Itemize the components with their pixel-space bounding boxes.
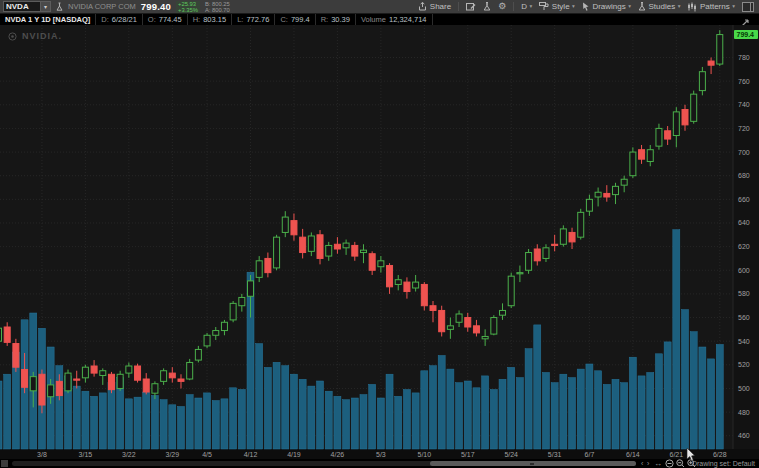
volume-bar [716, 344, 723, 449]
toolbar-divider [458, 2, 459, 11]
volume-bar [325, 391, 332, 449]
volume-bar [151, 395, 158, 449]
volume-bar [360, 395, 367, 449]
candle [717, 35, 723, 64]
volume-bar [82, 391, 89, 449]
nvidia-logo-icon [8, 32, 19, 41]
volume-bar [395, 396, 402, 449]
volume-bar [186, 395, 193, 449]
patterns-button[interactable]: Patterns ▾ [687, 2, 735, 12]
candle [204, 335, 210, 346]
price-change-block: +25.93 +3.35% [176, 1, 200, 13]
zoom-out-icon[interactable] [676, 459, 685, 468]
notes-button[interactable] [466, 2, 476, 11]
volume-bar [230, 388, 237, 449]
symbol-box[interactable]: ▾ [3, 1, 51, 12]
candle [135, 366, 141, 380]
svg-text:6/14: 6/14 [626, 451, 640, 458]
time-scrollbar-track[interactable] [12, 461, 636, 466]
candle [161, 371, 167, 382]
candle [430, 306, 436, 311]
price-chart[interactable]: 7807607407207006806606406206005805605405… [0, 25, 759, 459]
paint-roller-icon [539, 2, 549, 11]
zoom-reset-icon[interactable] [665, 459, 674, 468]
svg-text:3/8: 3/8 [37, 451, 47, 458]
layout-button[interactable] [742, 2, 754, 12]
candle [500, 310, 506, 315]
symbol-input[interactable] [4, 2, 40, 11]
svg-text:580: 580 [738, 290, 750, 297]
candle [187, 362, 193, 379]
candle [291, 221, 297, 235]
time-scrollbar-thumb[interactable] [430, 461, 636, 466]
volume-bar [4, 374, 11, 449]
svg-text:460: 460 [738, 432, 750, 439]
volume-bar [143, 392, 150, 449]
analyze-button[interactable] [483, 2, 491, 11]
volume-bar [91, 396, 98, 449]
drawings-button[interactable]: Drawings ▾ [582, 2, 631, 12]
candle [665, 131, 671, 139]
candle [560, 229, 566, 244]
style-button[interactable]: Style ▾ [539, 2, 575, 11]
scrollbar-left-cap[interactable] [1, 460, 8, 467]
volume-bar [195, 398, 202, 449]
share-button[interactable]: Share [418, 2, 451, 11]
volume-bar [447, 369, 454, 449]
timeframe-dropdown[interactable]: D ▾ [521, 2, 532, 11]
candle [126, 366, 132, 373]
svg-text:6/7: 6/7 [585, 451, 595, 458]
pan-right-button[interactable]: › [647, 459, 649, 468]
volume-bar [664, 342, 671, 449]
candle [578, 212, 584, 237]
candle [195, 349, 201, 360]
field-close: C:799.4 [275, 14, 315, 25]
volume-bar [560, 374, 567, 449]
candle [413, 282, 419, 288]
field-date: D:6/28/21 [96, 14, 143, 25]
candle [334, 244, 340, 249]
candle [395, 280, 401, 285]
fit-width-icon[interactable]: ↔ [654, 459, 662, 468]
chart-info-row: NVDA 1 Y 1D [NASDAQ] D:6/28/21 O:774.45 … [0, 14, 759, 25]
volume-bar [647, 373, 654, 450]
field-volume: Volume12,324,714 [356, 14, 433, 25]
candle [699, 72, 705, 91]
candle [378, 261, 384, 267]
volume-bar [534, 325, 541, 449]
volume-bar [655, 354, 662, 449]
volume-bar [577, 369, 584, 449]
toolbar-divider [513, 2, 514, 11]
svg-text:500: 500 [738, 385, 750, 392]
volume-bar [508, 367, 515, 449]
candle [517, 273, 523, 274]
svg-text:660: 660 [738, 196, 750, 203]
flask-icon[interactable] [56, 2, 63, 12]
settings-button[interactable]: ⚙ [498, 2, 506, 11]
cursor-icon [582, 2, 590, 12]
candle [230, 303, 236, 320]
candle [143, 379, 149, 392]
candle [604, 193, 610, 197]
studies-button[interactable]: Studies ▾ [638, 2, 680, 11]
last-price: 799.40 [141, 1, 171, 12]
pan-left-button[interactable]: ‹ [641, 459, 643, 468]
volume-bar [629, 357, 636, 449]
candle [13, 344, 19, 368]
timeframe-label: D [521, 2, 527, 11]
svg-text:5/24: 5/24 [504, 451, 518, 458]
volume-bar [134, 397, 141, 449]
candle [108, 374, 114, 389]
symbol-dropdown-button[interactable]: ▾ [40, 2, 50, 11]
svg-text:780: 780 [738, 54, 750, 61]
candle [308, 236, 314, 251]
ask-value: A: 800.70 [205, 7, 230, 13]
svg-text:4/12: 4/12 [244, 451, 258, 458]
candle [56, 381, 62, 395]
volume-bar [516, 378, 523, 449]
volume-bar [99, 393, 106, 449]
svg-text:540: 540 [738, 338, 750, 345]
candle [526, 253, 532, 271]
gear-icon: ⚙ [498, 2, 506, 11]
volume-bar [204, 393, 211, 449]
